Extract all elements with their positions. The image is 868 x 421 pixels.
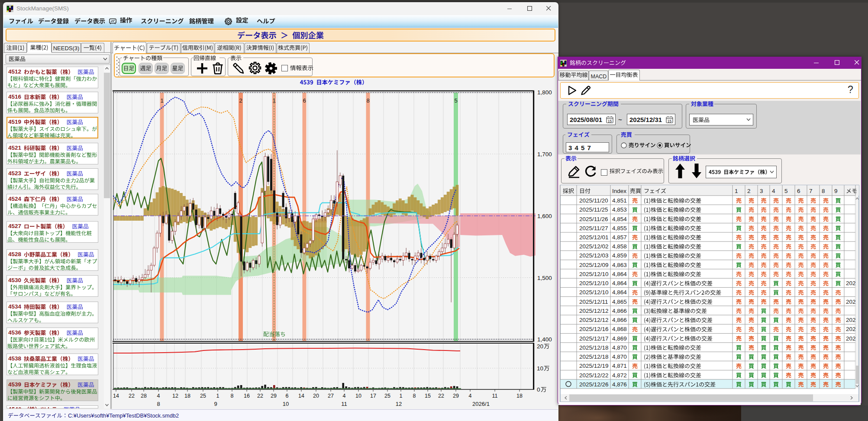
svg-text:202: 202 [846, 299, 856, 305]
svg-text:4,858: 4,858 [612, 243, 627, 250]
svg-text:4,868: 4,868 [612, 326, 627, 332]
svg-text:4,864: 4,864 [612, 280, 627, 286]
svg-text:8: 8 [822, 188, 825, 194]
svg-text:4,869: 4,869 [612, 335, 627, 342]
svg-text:9: 9 [834, 188, 838, 194]
svg-text:4,864: 4,864 [612, 271, 627, 277]
svg-text:4,864: 4,864 [612, 289, 627, 296]
svg-text:4,863: 4,863 [612, 262, 627, 268]
svg-text:Index: Index [612, 188, 626, 194]
svg-text:4,876: 4,876 [612, 381, 627, 388]
svg-text:2025/12/17: 2025/12/17 [579, 335, 609, 342]
svg-text:2025/12/18: 2025/12/18 [579, 344, 609, 351]
svg-text:4,866: 4,866 [612, 317, 627, 323]
svg-text:4,870: 4,870 [612, 344, 627, 351]
svg-text:4,865: 4,865 [612, 299, 627, 305]
svg-text:2025/12/18: 2025/12/18 [579, 354, 609, 360]
svg-text:4,870: 4,870 [612, 354, 627, 360]
svg-text:2025/12/10: 2025/12/10 [579, 271, 609, 277]
svg-text:2025/12/11: 2025/12/11 [579, 299, 608, 305]
svg-text:4,866: 4,866 [612, 308, 627, 314]
svg-text:4,855: 4,855 [612, 225, 627, 231]
svg-text:4,854: 4,854 [612, 216, 627, 222]
svg-text:2025/11/26: 2025/11/26 [579, 216, 608, 222]
svg-text:202: 202 [846, 335, 856, 342]
svg-text:2025/12/16: 2025/12/16 [579, 326, 609, 332]
svg-text:2025/12/09: 2025/12/09 [579, 262, 609, 268]
svg-text:2025/12/02: 2025/12/02 [579, 243, 609, 250]
svg-text:202: 202 [846, 326, 856, 332]
svg-text:2025/12/03: 2025/12/03 [579, 252, 609, 259]
svg-text:4,872: 4,872 [612, 372, 627, 379]
svg-text:4,871: 4,871 [612, 363, 627, 369]
svg-text:4: 4 [772, 188, 775, 194]
svg-text:2025/11/27: 2025/11/27 [579, 225, 608, 231]
svg-text:2025/12/22: 2025/12/22 [579, 372, 609, 379]
svg-text:2025/12/12: 2025/12/12 [579, 308, 609, 314]
svg-text:4,857: 4,857 [612, 234, 627, 241]
svg-text:2025/12/01: 2025/12/01 [579, 234, 609, 241]
svg-text:2025/12/10: 2025/12/10 [579, 289, 609, 296]
svg-text:2025/12/19: 2025/12/19 [579, 363, 609, 369]
svg-text:2025/12/12: 2025/12/12 [579, 317, 609, 323]
svg-text:1: 1 [735, 188, 738, 194]
svg-text:4,851: 4,851 [612, 197, 627, 204]
svg-text:6: 6 [797, 188, 800, 194]
svg-text:4,859: 4,859 [612, 252, 627, 259]
svg-text:2025/12/10: 2025/12/10 [579, 280, 609, 286]
svg-text:2025/11/20: 2025/11/20 [579, 197, 608, 204]
svg-text:2: 2 [747, 188, 751, 194]
svg-text:3: 3 [760, 188, 763, 194]
svg-text:4,853: 4,853 [612, 206, 627, 213]
svg-text:2025/12/26: 2025/12/26 [579, 381, 609, 388]
svg-text:5: 5 [784, 188, 788, 194]
svg-text:202: 202 [846, 280, 856, 286]
svg-text:202: 202 [846, 317, 856, 323]
svg-text:2025/11/25: 2025/11/25 [579, 206, 608, 213]
svg-text:7: 7 [809, 188, 813, 194]
